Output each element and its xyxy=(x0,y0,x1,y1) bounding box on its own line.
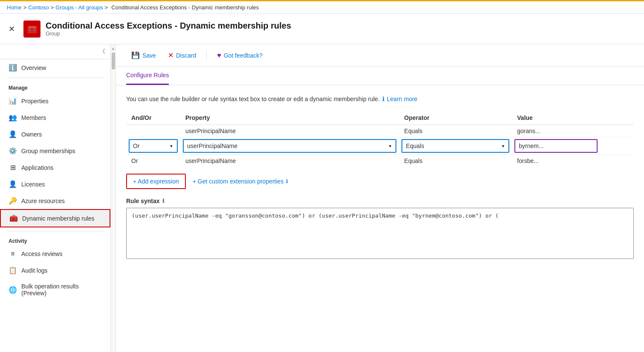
page-icon: 🧰 xyxy=(23,20,40,38)
dynamic-membership-icon: 🧰 xyxy=(9,214,18,222)
discard-button[interactable]: ✕ Discard xyxy=(163,49,201,62)
owners-icon: 👤 xyxy=(9,130,17,138)
close-button[interactable]: ✕ xyxy=(7,23,17,35)
table-row-editing: Or ▼ userPrincipalName ▼ xyxy=(126,137,634,155)
discard-icon: ✕ xyxy=(168,51,173,59)
table-row: Or userPrincipalName Equals forsbe... xyxy=(126,155,634,167)
col-property: Property xyxy=(180,111,399,125)
row1-property: userPrincipalName xyxy=(180,125,399,137)
toolbar-divider xyxy=(206,50,207,61)
tab-configure-rules[interactable]: Configure Rules xyxy=(126,67,169,85)
feedback-icon: ♥ xyxy=(217,52,221,59)
breadcrumb-contoso[interactable]: Contoso xyxy=(28,4,49,11)
sidebar-access-reviews-label: Access reviews xyxy=(21,250,62,257)
andor-value: Or xyxy=(133,143,140,149)
row3-property: userPrincipalName xyxy=(180,155,399,167)
sidebar-item-bulk-operations[interactable]: 🌐 Bulk operation results (Preview) xyxy=(0,279,110,301)
row1-andor xyxy=(126,125,180,137)
add-expression-button[interactable]: + Add expression xyxy=(126,174,186,189)
page-subtitle: Group xyxy=(46,31,291,37)
rule-syntax-info-icon: ℹ xyxy=(162,198,165,204)
breadcrumb-home[interactable]: Home xyxy=(7,4,22,11)
sidebar-item-members[interactable]: 👥 Members xyxy=(0,109,110,126)
description-info-icon: ℹ xyxy=(382,96,384,102)
operator-dropdown[interactable]: Equals ▼ xyxy=(401,139,509,153)
andor-chevron-icon: ▼ xyxy=(169,144,173,148)
discard-label: Discard xyxy=(176,52,196,59)
get-custom-info-icon: ℹ xyxy=(286,178,288,184)
value-input[interactable] xyxy=(514,139,598,153)
page-header: ✕ 🧰 Conditional Access Exceptions - Dyna… xyxy=(0,14,644,44)
azure-resources-icon: 🔑 xyxy=(9,197,17,205)
sidebar-azure-resources-label: Azure resources xyxy=(21,198,65,204)
breadcrumb-current: Conditional Access Exceptions - Dynamic … xyxy=(111,4,259,11)
rule-syntax-text: Rule syntax xyxy=(126,198,160,204)
sidebar-bulk-operations-label: Bulk operation results (Preview) xyxy=(21,283,102,297)
sidebar-item-properties[interactable]: 📊 Properties xyxy=(0,93,110,109)
property-value: userPrincipalName xyxy=(187,143,237,149)
sidebar-properties-label: Properties xyxy=(21,98,49,105)
sidebar-dynamic-membership-label: Dynamic membership rules xyxy=(22,215,95,222)
sidebar-overview-label: Overview xyxy=(21,64,46,71)
scroll-thumb xyxy=(112,52,115,70)
sidebar-group-memberships-label: Group memberships xyxy=(21,148,75,154)
sidebar-item-azure-resources[interactable]: 🔑 Azure resources xyxy=(0,192,110,209)
rule-syntax-box[interactable]: (user.userPrincipalName -eq "goransson@c… xyxy=(126,208,634,259)
row1-operator: Equals xyxy=(399,125,512,137)
main-content: You can use the rule builder or rule syn… xyxy=(116,85,644,269)
audit-logs-icon: 📋 xyxy=(9,266,17,274)
feedback-label: Got feedback? xyxy=(224,52,263,59)
sidebar-item-applications[interactable]: ⊞ Applications xyxy=(0,159,110,176)
breadcrumb-groups[interactable]: Groups - All groups xyxy=(55,4,103,11)
page-title: Conditional Access Exceptions - Dynamic … xyxy=(46,21,291,31)
operator-value: Equals xyxy=(406,143,424,149)
operator-chevron-icon: ▼ xyxy=(501,144,505,148)
sidebar-item-group-memberships[interactable]: ⚙️ Group memberships xyxy=(0,143,110,159)
tabs: Configure Rules xyxy=(116,67,644,85)
save-button[interactable]: 💾 Save xyxy=(126,49,161,62)
applications-icon: ⊞ xyxy=(9,163,17,172)
save-icon: 💾 xyxy=(131,51,140,59)
properties-icon: 📊 xyxy=(9,97,17,105)
sidebar-item-audit-logs[interactable]: 📋 Audit logs xyxy=(0,262,110,279)
sidebar-item-licenses[interactable]: 👤 Licenses xyxy=(0,176,110,192)
rule-syntax-label: Rule syntax ℹ xyxy=(126,198,634,204)
row3-andor: Or xyxy=(126,155,180,167)
andor-dropdown[interactable]: Or ▼ xyxy=(129,139,178,153)
activity-section-label: Activity xyxy=(0,233,110,246)
toolbar: 💾 Save ✕ Discard ♥ Got feedback? xyxy=(116,44,644,67)
row3-operator: Equals xyxy=(399,155,512,167)
get-custom-label: + Get custom extension properties xyxy=(193,178,284,185)
licenses-icon: 👤 xyxy=(9,180,17,188)
learn-more-link[interactable]: Learn more xyxy=(387,96,418,102)
table-row: userPrincipalName Equals gorans... xyxy=(126,125,634,137)
add-expression-label: + Add expression xyxy=(133,178,179,185)
sidebar-item-dynamic-membership[interactable]: 🧰 Dynamic membership rules xyxy=(0,209,110,227)
breadcrumb: Home > Contoso > Groups - All groups > C… xyxy=(0,0,644,14)
feedback-button[interactable]: ♥ Got feedback? xyxy=(212,49,268,62)
action-row: + Add expression + Get custom extension … xyxy=(126,174,634,189)
description-row: You can use the rule builder or rule syn… xyxy=(126,96,634,102)
access-reviews-icon: ≡ xyxy=(9,250,17,258)
sidebar-owners-label: Owners xyxy=(21,131,42,138)
property-dropdown[interactable]: userPrincipalName ▼ xyxy=(183,139,396,153)
content-area: 💾 Save ✕ Discard ♥ Got feedback? Configu… xyxy=(116,44,644,352)
collapse-icon[interactable]: 《 xyxy=(99,48,105,55)
scroll-up-arrow[interactable]: ▲ xyxy=(111,46,116,51)
info-icon: ℹ️ xyxy=(9,64,17,72)
sidebar: 《 ℹ️ Overview Manage 📊 Properties 👥 Memb… xyxy=(0,44,111,352)
row3-value: forsbe... xyxy=(512,155,634,167)
manage-section-label: Manage xyxy=(0,80,110,93)
get-custom-button[interactable]: + Get custom extension properties ℹ xyxy=(193,178,289,185)
sidebar-item-overview[interactable]: ℹ️ Overview xyxy=(0,59,110,76)
sidebar-item-access-reviews[interactable]: ≡ Access reviews xyxy=(0,246,110,262)
save-label: Save xyxy=(142,52,156,59)
bulk-operations-icon: 🌐 xyxy=(9,286,17,294)
description-text: You can use the rule builder or rule syn… xyxy=(126,96,380,102)
sidebar-item-owners[interactable]: 👤 Owners xyxy=(0,126,110,143)
row1-value: gorans... xyxy=(512,125,634,137)
col-operator: Operator xyxy=(399,111,512,125)
rules-table: And/Or Property Operator Value userPrinc… xyxy=(126,111,634,167)
sidebar-licenses-label: Licenses xyxy=(21,181,45,188)
group-memberships-icon: ⚙️ xyxy=(9,147,17,155)
